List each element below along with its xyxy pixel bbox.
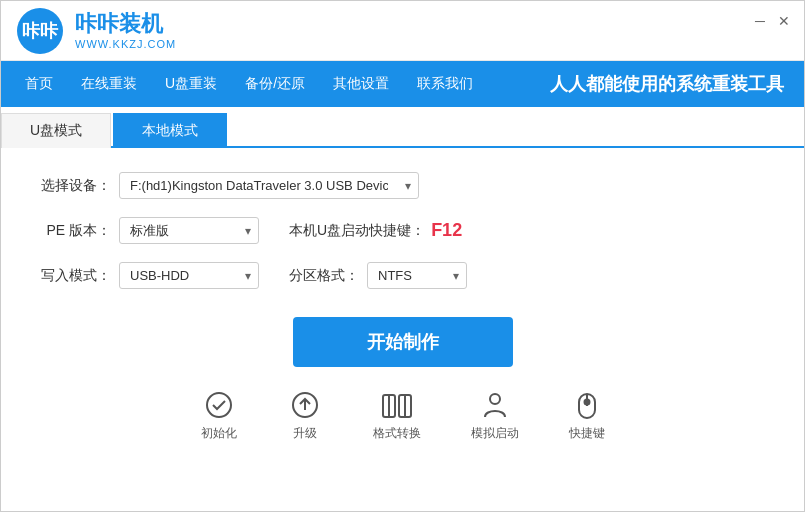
tab-usb-mode[interactable]: U盘模式	[1, 113, 111, 148]
main-content: 选择设备： F:(hd1)Kingston DataTraveler 3.0 U…	[1, 148, 804, 511]
tool-shortcut[interactable]: 快捷键	[569, 391, 605, 442]
hotkey-value: F12	[431, 220, 462, 241]
svg-point-10	[584, 400, 589, 405]
tool-upgrade[interactable]: 升级	[287, 391, 323, 442]
pe-select-wrapper: 标准版	[119, 217, 259, 244]
person-icon	[477, 391, 513, 421]
nav-item-online[interactable]: 在线重装	[67, 61, 151, 107]
main-window: 咔咔 咔咔装机 WWW.KKZJ.COM ─ ✕ 首页 在线重装 U盘重装 备份…	[0, 0, 805, 512]
pe-select[interactable]: 标准版	[119, 217, 259, 244]
device-label: 选择设备：	[31, 177, 111, 195]
nav-bar: 首页 在线重装 U盘重装 备份/还原 其他设置 联系我们 人人都能使用的系统重装…	[1, 61, 804, 107]
bottom-tools: 初始化 升级	[31, 391, 774, 450]
write-select[interactable]: USB-HDD	[119, 262, 259, 289]
title-bar: 咔咔 咔咔装机 WWW.KKZJ.COM ─ ✕	[1, 1, 804, 61]
write-row: 写入模式： USB-HDD 分区格式： NTFS	[31, 262, 774, 289]
device-select-wrapper: F:(hd1)Kingston DataTraveler 3.0 USB Dev…	[119, 172, 419, 199]
window-controls: ─ ✕	[752, 13, 792, 29]
tab-local-mode[interactable]: 本地模式	[113, 113, 227, 148]
hotkey-label: 本机U盘启动快捷键：	[289, 222, 425, 240]
logo-text: 咔咔	[22, 19, 58, 43]
write-label: 写入模式：	[31, 267, 111, 285]
tool-shortcut-label: 快捷键	[569, 425, 605, 442]
mouse-icon	[569, 391, 605, 421]
device-select[interactable]: F:(hd1)Kingston DataTraveler 3.0 USB Dev…	[119, 172, 419, 199]
format-icon	[379, 391, 415, 421]
nav-item-backup[interactable]: 备份/还原	[231, 61, 319, 107]
nav-slogan: 人人都能使用的系统重装工具	[550, 72, 794, 96]
start-button[interactable]: 开始制作	[293, 317, 513, 367]
device-row: 选择设备： F:(hd1)Kingston DataTraveler 3.0 U…	[31, 172, 774, 199]
tab-bar: U盘模式 本地模式	[1, 111, 804, 148]
svg-point-0	[207, 393, 231, 417]
tool-format[interactable]: 格式转换	[373, 391, 421, 442]
app-title: 咔咔装机	[75, 11, 176, 37]
pe-row: PE 版本： 标准版 本机U盘启动快捷键： F12	[31, 217, 774, 244]
write-select-wrapper: USB-HDD	[119, 262, 259, 289]
upload-icon	[287, 391, 323, 421]
app-subtitle: WWW.KKZJ.COM	[75, 38, 176, 50]
app-logo: 咔咔	[17, 8, 63, 54]
partition-select[interactable]: NTFS	[367, 262, 467, 289]
check-circle-icon	[201, 391, 237, 421]
tool-upgrade-label: 升级	[293, 425, 317, 442]
partition-label: 分区格式：	[289, 267, 359, 285]
nav-item-contact[interactable]: 联系我们	[403, 61, 487, 107]
title-text-group: 咔咔装机 WWW.KKZJ.COM	[75, 11, 176, 49]
nav-item-usb[interactable]: U盘重装	[151, 61, 231, 107]
partition-select-wrapper: NTFS	[367, 262, 467, 289]
pe-label: PE 版本：	[31, 222, 111, 240]
nav-item-home[interactable]: 首页	[11, 61, 67, 107]
nav-item-settings[interactable]: 其他设置	[319, 61, 403, 107]
tool-simulate[interactable]: 模拟启动	[471, 391, 519, 442]
tool-simulate-label: 模拟启动	[471, 425, 519, 442]
minimize-button[interactable]: ─	[752, 13, 768, 29]
tool-format-label: 格式转换	[373, 425, 421, 442]
tool-initialize-label: 初始化	[201, 425, 237, 442]
tool-initialize[interactable]: 初始化	[201, 391, 237, 442]
svg-point-7	[490, 394, 500, 404]
close-button[interactable]: ✕	[776, 13, 792, 29]
